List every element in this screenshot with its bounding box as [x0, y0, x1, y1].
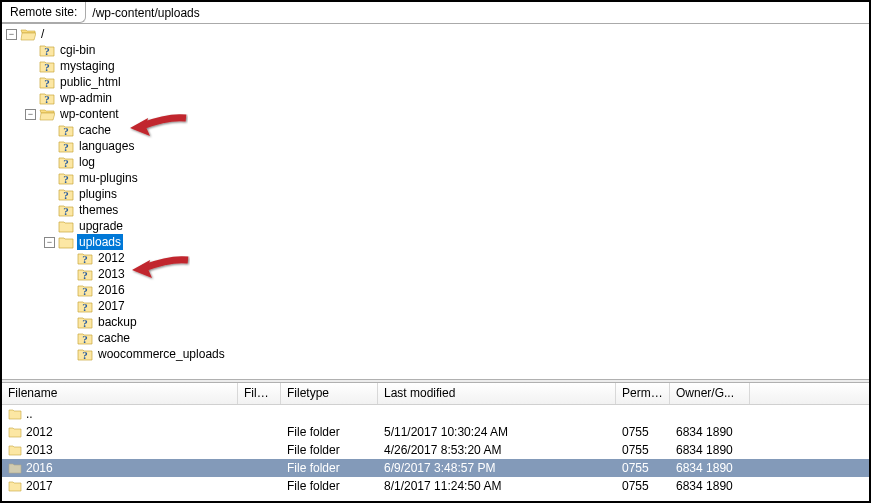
folder-icon	[58, 219, 74, 233]
svg-text:?: ?	[82, 285, 88, 297]
tree-label: cache	[96, 330, 132, 346]
svg-text:?: ?	[44, 93, 50, 105]
column-filename[interactable]: Filename	[2, 383, 238, 404]
svg-text:?: ?	[63, 173, 69, 185]
column-owner[interactable]: Owner/G...	[670, 383, 750, 404]
folder-icon: ?	[77, 251, 93, 265]
tree-item-cache[interactable]: ?cache	[6, 330, 869, 346]
tree-item-themes[interactable]: ?themes	[6, 202, 869, 218]
folder-icon: ?	[58, 155, 74, 169]
svg-text:?: ?	[82, 317, 88, 329]
file-row-parent[interactable]: ..	[2, 405, 869, 423]
folder-icon: ?	[58, 139, 74, 153]
tree-label: wp-admin	[58, 90, 114, 106]
tree-item-backup[interactable]: ?backup	[6, 314, 869, 330]
folder-icon: ?	[58, 203, 74, 217]
tree-item-log[interactable]: ?log	[6, 154, 869, 170]
svg-text:?: ?	[82, 253, 88, 265]
folder-icon: ?	[77, 315, 93, 329]
svg-text:?: ?	[63, 157, 69, 169]
folder-icon	[8, 462, 22, 474]
tree-toggle[interactable]: −	[6, 29, 17, 40]
folder-icon	[8, 426, 22, 438]
file-list-pane: Filename Filesize Filetype Last modified…	[2, 383, 869, 501]
tree-item-mu-plugins[interactable]: ?mu-plugins	[6, 170, 869, 186]
tree-label: mystaging	[58, 58, 117, 74]
folder-icon: ?	[58, 187, 74, 201]
svg-text:?: ?	[63, 189, 69, 201]
tree-label: wp-content	[58, 106, 121, 122]
tree-label: woocommerce_uploads	[96, 346, 227, 362]
tree-label: themes	[77, 202, 120, 218]
tree-item-wp-admin[interactable]: ?wp-admin	[6, 90, 869, 106]
file-row-2012[interactable]: 2012 File folder 5/11/2017 10:30:24 AM 0…	[2, 423, 869, 441]
tree-label: 2013	[96, 266, 127, 282]
folder-icon	[20, 27, 36, 41]
folder-icon: ?	[77, 267, 93, 281]
column-permissions[interactable]: Permissi...	[616, 383, 670, 404]
tree-item-languages[interactable]: ?languages	[6, 138, 869, 154]
folder-icon: ?	[77, 331, 93, 345]
tree-item-public-html[interactable]: ?public_html	[6, 74, 869, 90]
remote-site-bar: Remote site:	[2, 2, 869, 24]
tree-item-plugins[interactable]: ?plugins	[6, 186, 869, 202]
svg-text:?: ?	[82, 301, 88, 313]
folder-icon: ?	[39, 59, 55, 73]
tree-label: mu-plugins	[77, 170, 140, 186]
tree-label: languages	[77, 138, 136, 154]
folder-icon: ?	[58, 171, 74, 185]
folder-icon	[58, 235, 74, 249]
remote-path-input[interactable]	[86, 3, 869, 23]
tree-label: uploads	[77, 234, 123, 250]
tree-label: 2012	[96, 250, 127, 266]
annotation-arrow-uploads	[130, 254, 190, 282]
tree-label: cgi-bin	[58, 42, 97, 58]
directory-tree[interactable]: −/?cgi-bin?mystaging?public_html?wp-admi…	[2, 24, 869, 379]
folder-icon	[8, 444, 22, 456]
folder-icon: ?	[39, 75, 55, 89]
svg-text:?: ?	[63, 141, 69, 153]
tree-toggle[interactable]: −	[44, 237, 55, 248]
folder-icon	[8, 480, 22, 492]
column-modified[interactable]: Last modified	[378, 383, 616, 404]
folder-icon: ?	[39, 91, 55, 105]
file-row-2016[interactable]: 2016 File folder 6/9/2017 3:48:57 PM 075…	[2, 459, 869, 477]
column-filesize[interactable]: Filesize	[238, 383, 281, 404]
svg-text:?: ?	[82, 269, 88, 281]
svg-text:?: ?	[63, 205, 69, 217]
tree-label: cache	[77, 122, 113, 138]
file-list-header: Filename Filesize Filetype Last modified…	[2, 383, 869, 405]
tree-label: /	[39, 26, 46, 42]
svg-text:?: ?	[63, 125, 69, 137]
folder-icon	[39, 107, 55, 121]
tree-label: public_html	[58, 74, 123, 90]
tree-item-2017[interactable]: ?2017	[6, 298, 869, 314]
remote-site-label: Remote site:	[2, 2, 86, 23]
file-row-2017[interactable]: 2017 File folder 8/1/2017 11:24:50 AM 07…	[2, 477, 869, 495]
tree-label: backup	[96, 314, 139, 330]
tree-item-uploads[interactable]: −uploads	[6, 234, 869, 250]
tree-label: plugins	[77, 186, 119, 202]
tree-label: 2016	[96, 282, 127, 298]
svg-text:?: ?	[44, 77, 50, 89]
folder-icon: ?	[77, 283, 93, 297]
tree-label: upgrade	[77, 218, 125, 234]
tree-root[interactable]: −/	[6, 26, 869, 42]
folder-icon: ?	[39, 43, 55, 57]
svg-text:?: ?	[44, 45, 50, 57]
file-row-2013[interactable]: 2013 File folder 4/26/2017 8:53:20 AM 07…	[2, 441, 869, 459]
tree-item-2016[interactable]: ?2016	[6, 282, 869, 298]
svg-text:?: ?	[82, 349, 88, 361]
tree-toggle[interactable]: −	[25, 109, 36, 120]
annotation-arrow-wpcontent	[128, 112, 188, 140]
tree-item-upgrade[interactable]: upgrade	[6, 218, 869, 234]
svg-text:?: ?	[82, 333, 88, 345]
tree-item-cgi-bin[interactable]: ?cgi-bin	[6, 42, 869, 58]
tree-label: 2017	[96, 298, 127, 314]
column-filetype[interactable]: Filetype	[281, 383, 378, 404]
svg-text:?: ?	[44, 61, 50, 73]
tree-item-woocommerce-uploads[interactable]: ?woocommerce_uploads	[6, 346, 869, 362]
folder-icon: ?	[58, 123, 74, 137]
folder-icon: ?	[77, 347, 93, 361]
tree-item-mystaging[interactable]: ?mystaging	[6, 58, 869, 74]
